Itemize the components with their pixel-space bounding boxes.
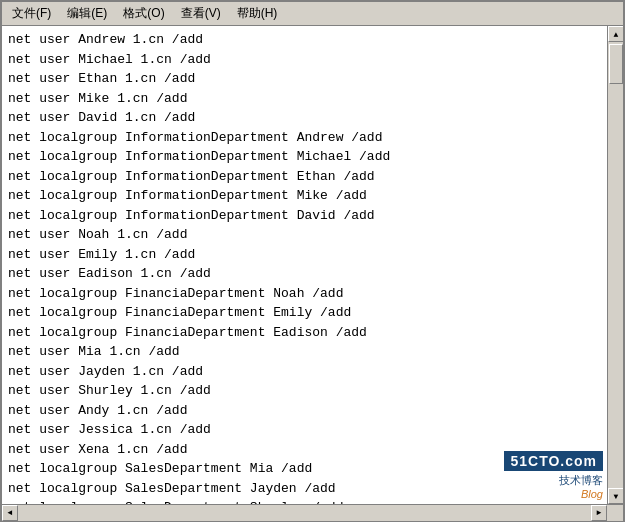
horizontal-scrollbar: ◄ ► — [2, 505, 607, 520]
watermark: 51CTO.com 技术博客 Blog — [504, 451, 603, 500]
menu-bar: 文件(F) 编辑(E) 格式(O) 查看(V) 帮助(H) — [2, 2, 623, 26]
menu-file[interactable]: 文件(F) — [6, 4, 57, 23]
scroll-thumb-v[interactable] — [609, 44, 623, 84]
content-area: net user Andrew 1.cn /add net user Micha… — [2, 26, 623, 504]
menu-edit[interactable]: 编辑(E) — [61, 4, 113, 23]
watermark-blog: Blog — [504, 488, 603, 500]
watermark-subtitle: 技术博客 — [504, 473, 603, 488]
scroll-up-button[interactable]: ▲ — [608, 26, 623, 42]
scroll-right-button[interactable]: ► — [591, 505, 607, 521]
scroll-down-button[interactable]: ▼ — [608, 488, 623, 504]
menu-format[interactable]: 格式(O) — [117, 4, 170, 23]
menu-help[interactable]: 帮助(H) — [231, 4, 284, 23]
text-content[interactable]: net user Andrew 1.cn /add net user Micha… — [2, 26, 607, 504]
scroll-track-h[interactable] — [18, 505, 591, 521]
main-window: 文件(F) 编辑(E) 格式(O) 查看(V) 帮助(H) net user A… — [0, 0, 625, 522]
scroll-left-button[interactable]: ◄ — [2, 505, 18, 521]
bottom-bar: ◄ ► — [2, 504, 623, 520]
menu-view[interactable]: 查看(V) — [175, 4, 227, 23]
scrollbar-corner — [607, 505, 623, 521]
watermark-logo: 51CTO.com — [504, 451, 603, 471]
vertical-scrollbar: ▲ ▼ — [607, 26, 623, 504]
scroll-track-v[interactable] — [608, 42, 623, 488]
